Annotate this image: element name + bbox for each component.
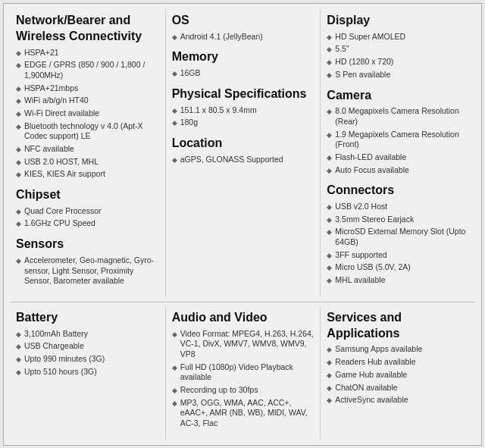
list-item: ◆1.6GHz CPU Speed: [16, 218, 159, 229]
list-item: ◆Android 4.1 (JellyBean): [172, 32, 314, 42]
os-section: OS ◆Android 4.1 (JellyBean): [172, 13, 314, 42]
list-item: ◆8.0 Megapixels Camera Resolution (Rear): [327, 106, 469, 127]
list-item: ◆USB v2.0 Host: [327, 202, 469, 212]
item-text: Readers Hub available: [335, 357, 415, 368]
bullet-icon: ◆: [16, 146, 21, 155]
bullet-icon: ◆: [16, 97, 21, 106]
item-text: aGPS, GLONASS Supported: [180, 155, 283, 165]
list-item: ◆NFC available: [16, 144, 159, 155]
network-title: Network/Bearer and Wireless Connectivity: [16, 13, 159, 45]
bullet-icon: ◆: [327, 346, 332, 355]
bullet-icon: ◆: [16, 49, 21, 58]
col-1-bottom: Battery ◆3,100mAh Battery◆USB Chargeable…: [10, 307, 165, 440]
list-item: ◆MicroSD External Memory Slot (Upto 64GB…: [327, 227, 469, 247]
memory-items: ◆16GB: [172, 68, 314, 79]
battery-section: Battery ◆3,100mAh Battery◆USB Chargeable…: [16, 310, 159, 378]
item-text: 1.9 Megapixels Camera Resolution (Front): [335, 130, 469, 150]
col-2-bottom: Audio and Video ◆Video Format: MPEG4, H.…: [165, 307, 321, 440]
list-item: ◆Upto 990 minutes (3G): [16, 354, 159, 365]
list-item: ◆5.5": [327, 44, 469, 55]
list-item: ◆151.1 x 80.5 x 9.4mm: [172, 105, 314, 116]
item-text: 8.0 Megapixels Camera Resolution (Rear): [335, 106, 469, 127]
list-item: ◆aGPS, GLONASS Supported: [172, 155, 314, 165]
list-item: ◆16GB: [172, 68, 314, 79]
bullet-icon: ◆: [172, 387, 177, 396]
os-title: OS: [172, 13, 314, 29]
list-item: ◆USB 2.0 HOST, MHL: [16, 157, 159, 168]
bottom-grid: Battery ◆3,100mAh Battery◆USB Chargeable…: [10, 307, 475, 440]
page: Network/Bearer and Wireless Connectivity…: [3, 3, 482, 446]
item-text: Auto Focus available: [335, 165, 408, 176]
item-text: USB 2.0 HOST, MHL: [24, 157, 99, 168]
col-1-top: Network/Bearer and Wireless Connectivity…: [10, 10, 165, 297]
list-item: ◆MHL available: [327, 275, 469, 286]
audio-items: ◆Video Format: MPEG4, H.263, H.264, VC-1…: [172, 329, 314, 429]
item-text: Bluetooth technology v 4.0 (Apt-X Codec …: [24, 121, 159, 142]
location-section: Location ◆aGPS, GLONASS Supported: [172, 136, 314, 164]
item-text: ChatON available: [335, 383, 397, 393]
bullet-icon: ◆: [327, 371, 332, 381]
item-text: KIES, KIES Air support: [24, 169, 105, 180]
memory-title: Memory: [172, 49, 314, 65]
item-text: Quad Core Processor: [24, 206, 102, 217]
item-text: Upto 510 hours (3G): [24, 367, 97, 378]
location-items: ◆aGPS, GLONASS Supported: [172, 155, 314, 165]
list-item: ◆HSPA+21mbps: [16, 83, 159, 94]
bullet-icon: ◆: [16, 123, 21, 132]
list-item: ◆Readers Hub available: [327, 357, 469, 368]
item-text: 1.6GHz CPU Speed: [24, 218, 95, 229]
list-item: ◆3.5mm Stereo Earjack: [327, 215, 469, 225]
bullet-icon: ◆: [172, 33, 177, 42]
item-text: Wi-Fi Direct available: [24, 108, 99, 119]
item-text: MP3, OGG, WMA, AAC, ACC+, eAAC+, AMR (NB…: [180, 398, 314, 429]
sensors-items: ◆Accelerometer, Geo-magnetic, Gyro-senso…: [16, 255, 159, 287]
list-item: ◆Auto Focus available: [327, 165, 469, 176]
list-item: ◆EDGE / GPRS (850 / 900 / 1,800 / 1,900M…: [16, 60, 159, 80]
network-section: Network/Bearer and Wireless Connectivity…: [16, 13, 159, 180]
item-text: 3.5mm Stereo Earjack: [335, 215, 414, 225]
item-text: EDGE / GPRS (850 / 900 / 1,800 / 1,900MH…: [24, 60, 159, 80]
bullet-icon: ◆: [172, 156, 177, 165]
item-text: Video Format: MPEG4, H.263, H.264, VC-1,…: [180, 329, 314, 360]
item-text: USB v2.0 Host: [335, 202, 387, 212]
list-item: ◆Micro USB (5.0V, 2A): [327, 262, 469, 273]
bullet-icon: ◆: [327, 216, 332, 225]
bullet-icon: ◆: [16, 158, 21, 168]
item-text: 3,100mAh Battery: [24, 329, 88, 340]
physical-section: Physical Specifications ◆151.1 x 80.5 x …: [172, 86, 314, 128]
bullet-icon: ◆: [327, 45, 332, 55]
connectors-title: Connectors: [327, 183, 469, 199]
item-text: Micro USB (5.0V, 2A): [335, 262, 410, 273]
display-section: Display ◆HD Super AMOLED◆5.5"◆HD (1280 x…: [327, 13, 469, 80]
list-item: ◆Wi-Fi Direct available: [16, 108, 159, 119]
bullet-icon: ◆: [327, 396, 332, 406]
item-text: ActiveSync available: [335, 395, 408, 406]
item-text: HSPA+21: [24, 48, 59, 58]
list-item: ◆180g: [172, 117, 314, 128]
bullet-icon: ◆: [172, 107, 177, 116]
list-item: ◆3,100mAh Battery: [16, 329, 159, 340]
item-text: MicroSD External Memory Slot (Upto 64GB): [335, 227, 469, 247]
bullet-icon: ◆: [16, 85, 21, 94]
item-text: Game Hub available: [335, 370, 407, 381]
bullet-icon: ◆: [16, 257, 21, 266]
item-text: HD (1280 x 720): [335, 57, 393, 67]
bullet-icon: ◆: [327, 228, 332, 237]
physical-items: ◆151.1 x 80.5 x 9.4mm◆180g: [172, 105, 314, 128]
display-items: ◆HD Super AMOLED◆5.5"◆HD (1280 x 720)◆S …: [327, 32, 469, 80]
list-item: ◆Bluetooth technology v 4.0 (Apt-X Codec…: [16, 121, 159, 142]
bullet-icon: ◆: [327, 384, 332, 393]
item-text: WiFi a/b/g/n HT40: [24, 96, 89, 106]
item-text: MHL available: [335, 275, 385, 286]
list-item: ◆1.9 Megapixels Camera Resolution (Front…: [327, 130, 469, 150]
bullet-icon: ◆: [172, 399, 177, 409]
item-text: 151.1 x 80.5 x 9.4mm: [180, 105, 257, 116]
col-3-bottom: Services and Applications ◆Samsung Apps …: [320, 307, 475, 440]
location-title: Location: [172, 136, 314, 152]
list-item: ◆HD (1280 x 720): [327, 57, 469, 67]
list-item: ◆HD Super AMOLED: [327, 32, 469, 42]
item-text: USB Chargeable: [24, 341, 84, 352]
list-item: ◆3FF supported: [327, 250, 469, 261]
list-item: ◆USB Chargeable: [16, 341, 159, 352]
bullet-icon: ◆: [327, 167, 332, 176]
